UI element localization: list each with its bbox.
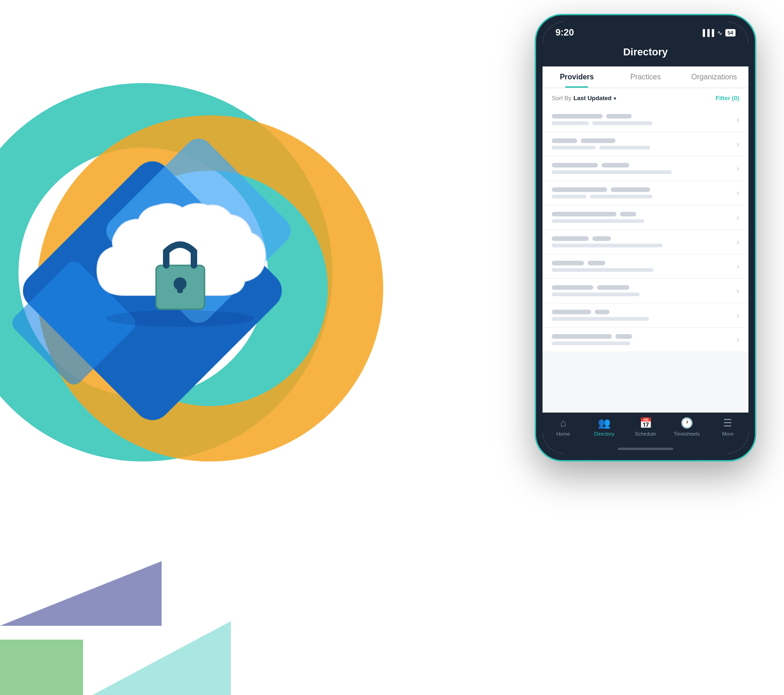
list-item[interactable]: › (543, 181, 748, 205)
detail-placeholder (552, 317, 649, 321)
sort-filter-bar: Sort By Last Updated ▾ Filter (0) (543, 88, 748, 108)
phone-mockup: 9:20 ▐▐▐ ∿ 54 Directory Providers Practi… (535, 14, 756, 475)
svg-rect-3 (177, 284, 183, 293)
detail-placeholder (592, 121, 652, 125)
name-placeholder (552, 138, 577, 143)
name-placeholder (552, 114, 603, 119)
name-placeholder (552, 187, 607, 192)
nav-timesheets-label: Timesheets (674, 431, 700, 437)
name-placeholder (552, 261, 584, 265)
detail-placeholder (599, 146, 650, 150)
sort-control[interactable]: Sort By Last Updated ▾ (552, 94, 616, 102)
name-placeholder (552, 236, 589, 241)
list-item-content (552, 114, 732, 125)
list-item[interactable]: › (543, 254, 748, 279)
more-icon: ☰ (723, 417, 732, 429)
chevron-right-icon: › (736, 262, 739, 271)
list-item[interactable]: › (543, 328, 748, 352)
nav-timesheets[interactable]: 🕐 Timesheets (666, 417, 707, 437)
chevron-right-icon: › (736, 164, 739, 174)
name-placeholder (552, 212, 616, 216)
nav-directory[interactable]: 👥 Directory (584, 417, 625, 437)
detail-placeholder (552, 219, 644, 223)
tag-placeholder (602, 163, 629, 168)
schedule-icon: 📅 (639, 417, 652, 429)
chevron-right-icon: › (736, 286, 739, 296)
app-title: Directory (623, 46, 668, 58)
sort-prefix: Sort By (552, 95, 572, 102)
bottom-navigation: ⌂ Home 👥 Directory 📅 Schedule 🕐 Timeshee… (543, 413, 748, 444)
nav-more-label: More (722, 431, 734, 437)
list-item-content (552, 310, 732, 321)
list-item-content (552, 261, 732, 272)
name-placeholder (552, 310, 591, 314)
list-item-content (552, 334, 732, 345)
signal-icon: ▐▐▐ (700, 29, 714, 36)
detail-placeholder (552, 170, 672, 174)
phone-outer-shell: 9:20 ▐▐▐ ∿ 54 Directory Providers Practi… (535, 14, 756, 461)
nav-directory-label: Directory (594, 431, 615, 437)
status-icons: ▐▐▐ ∿ 54 (700, 29, 736, 36)
list-item[interactable]: › (543, 108, 748, 132)
tag-placeholder (581, 138, 615, 143)
provider-list: › › (543, 108, 748, 413)
detail-placeholder (552, 195, 586, 198)
nav-home[interactable]: ⌂ Home (543, 417, 584, 437)
filter-button[interactable]: Filter (0) (716, 95, 739, 102)
tab-providers[interactable]: Providers (543, 66, 611, 88)
nav-home-label: Home (556, 431, 570, 437)
detail-placeholder (552, 121, 589, 125)
tag-placeholder (620, 212, 636, 216)
name-placeholder (552, 334, 612, 339)
list-item[interactable]: › (543, 230, 748, 254)
list-item[interactable]: › (543, 132, 748, 156)
background-illustration (0, 0, 416, 695)
list-item-content (552, 285, 732, 296)
tab-practices[interactable]: Practices (611, 66, 680, 88)
app-header: Directory (543, 42, 748, 66)
home-indicator-bar (618, 448, 673, 450)
phone-notch (639, 20, 652, 25)
list-item[interactable]: › (543, 156, 748, 181)
list-item-content (552, 187, 732, 198)
name-placeholder (552, 285, 593, 290)
tag-placeholder (611, 187, 650, 192)
tab-bar[interactable]: Providers Practices Organizations (543, 66, 748, 88)
timesheets-icon: 🕐 (681, 417, 693, 429)
list-item-content (552, 236, 732, 247)
teal-accent-bottom (92, 621, 231, 695)
green-accent-bottom (0, 640, 83, 695)
phone-screen: 9:20 ▐▐▐ ∿ 54 Directory Providers Practi… (543, 22, 748, 454)
chevron-right-icon: › (736, 115, 739, 125)
list-item[interactable]: › (543, 205, 748, 230)
tag-placeholder (595, 310, 609, 314)
nav-more[interactable]: ☰ More (707, 417, 748, 437)
chevron-right-icon: › (736, 139, 739, 149)
tag-placeholder (592, 236, 611, 241)
list-item[interactable]: › (543, 279, 748, 303)
directory-icon: 👥 (598, 417, 610, 429)
tag-placeholder (597, 285, 629, 290)
nav-schedule[interactable]: 📅 Schedule (625, 417, 666, 437)
list-item[interactable]: › (543, 303, 748, 328)
sort-value: Last Updated (573, 95, 611, 102)
sort-chevron-icon: ▾ (614, 96, 616, 101)
tab-organizations[interactable]: Organizations (680, 66, 748, 88)
status-time: 9:20 (555, 27, 574, 38)
chevron-right-icon: › (736, 311, 739, 320)
list-item-content (552, 163, 732, 174)
detail-placeholder (552, 146, 596, 150)
chevron-right-icon: › (736, 188, 739, 198)
cloud-lock-illustration (74, 175, 286, 342)
detail-placeholder (552, 268, 653, 272)
detail-placeholder (552, 244, 663, 247)
battery-icon: 54 (725, 29, 736, 36)
name-placeholder (552, 163, 598, 168)
chevron-right-icon: › (736, 213, 739, 222)
tag-placeholder (588, 261, 605, 265)
nav-schedule-label: Schedule (635, 431, 656, 437)
home-indicator (543, 444, 748, 454)
list-item-content (552, 138, 732, 150)
tag-placeholder (615, 334, 632, 339)
wifi-icon: ∿ (717, 29, 723, 36)
